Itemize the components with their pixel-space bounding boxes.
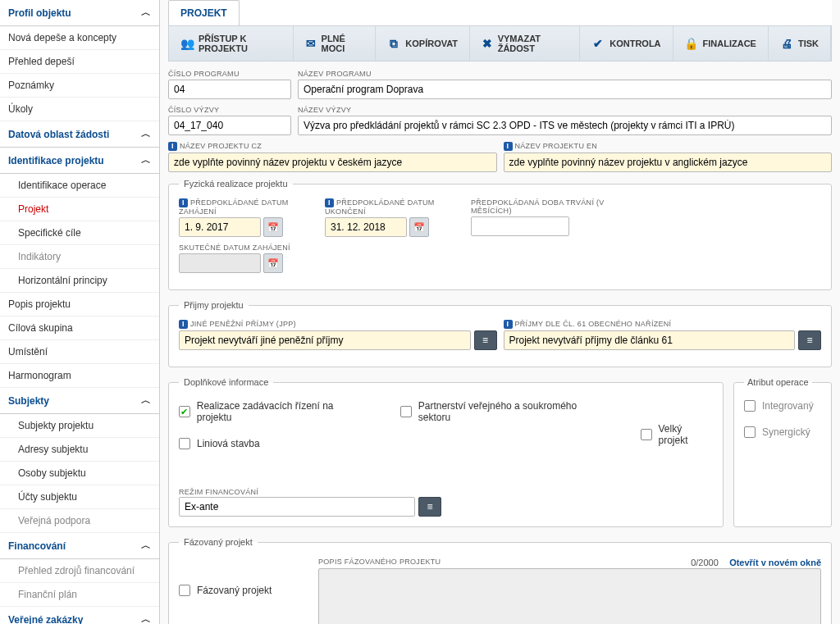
sidebar: Profil objektu ︿ Nová depeše a koncepty … bbox=[0, 0, 160, 624]
jpp-input[interactable] bbox=[179, 330, 471, 350]
sidebar-item-verejna-podpora[interactable]: Veřejná podpora bbox=[0, 509, 159, 533]
tool-kontrola[interactable]: ✔KONTROLA bbox=[580, 26, 673, 61]
tool-finalizace[interactable]: 🔒FINALIZACE bbox=[673, 26, 769, 61]
chk-realizace[interactable]: ✔ bbox=[179, 406, 190, 417]
chk-fazovany[interactable] bbox=[179, 585, 190, 596]
tool-plne-moci[interactable]: ✉PLNÉ MOCI bbox=[294, 26, 376, 61]
required-icon: i bbox=[325, 198, 334, 207]
sidebar-item-specificke-cile[interactable]: Specifické cíle bbox=[0, 221, 159, 245]
sidebar-item-harmon[interactable]: Harmonogram bbox=[0, 364, 159, 388]
required-icon: i bbox=[179, 320, 188, 329]
lookup-button[interactable]: ≡ bbox=[418, 497, 441, 517]
fieldset-doplnkove: Doplňkové informace ✔Realizace zadávacíc… bbox=[168, 377, 724, 527]
chk-label: Synergický bbox=[762, 426, 810, 438]
calendar-button[interactable]: 📅 bbox=[263, 217, 283, 237]
sidebar-header-label: Profil objektu bbox=[8, 7, 71, 19]
label-ukonceni: iPŘEDPOKLÁDANÉ DATUM UKONČENÍ bbox=[325, 198, 464, 216]
label-nazev-en: iNÁZEV PROJEKTU EN bbox=[504, 142, 833, 151]
chk-synergicky[interactable] bbox=[744, 426, 756, 438]
zahajeni-input[interactable] bbox=[179, 217, 261, 237]
sidebar-item-adresy[interactable]: Adresy subjektu bbox=[0, 438, 159, 462]
open-new-window-link[interactable]: Otevřít v novém okně bbox=[729, 558, 821, 567]
label-cl61: iPŘÍJMY DLE ČL. 61 OBECNÉHO NAŘÍZENÍ bbox=[504, 320, 822, 329]
tool-label: PŘÍSTUP K PROJEKTU bbox=[199, 34, 281, 53]
check-icon: ✔ bbox=[591, 37, 605, 50]
char-counter: 0/2000 bbox=[691, 556, 719, 569]
legend-fazovany: Fázovaný projekt bbox=[179, 537, 258, 547]
cislo-vyzvy-input[interactable] bbox=[168, 116, 291, 135]
sidebar-item-projekt[interactable]: Projekt bbox=[0, 198, 159, 221]
sidebar-item-horizontalni[interactable]: Horizontální principy bbox=[0, 269, 159, 293]
chk-integrovany[interactable] bbox=[744, 400, 756, 412]
calendar-button[interactable]: 📅 bbox=[263, 253, 283, 273]
doba-input[interactable] bbox=[471, 216, 569, 236]
mail-icon: ✉ bbox=[305, 37, 317, 50]
sidebar-item-ukoly[interactable]: Úkoly bbox=[0, 98, 159, 121]
sidebar-item-osoby[interactable]: Osoby subjektu bbox=[0, 462, 159, 485]
nazev-en-input[interactable] bbox=[504, 153, 833, 172]
nazev-cz-input[interactable] bbox=[168, 153, 497, 172]
tool-label: KONTROLA bbox=[609, 39, 660, 48]
sidebar-item-prehled-depesi[interactable]: Přehled depeší bbox=[0, 50, 159, 74]
required-icon: i bbox=[504, 320, 513, 329]
lookup-button[interactable]: ≡ bbox=[474, 330, 497, 350]
chk-liniova[interactable] bbox=[179, 438, 190, 449]
calendar-button[interactable]: 📅 bbox=[409, 217, 429, 237]
chevron-up-icon: ︿ bbox=[141, 539, 151, 553]
sidebar-item-poznamky[interactable]: Poznámky bbox=[0, 74, 159, 98]
ukonceni-input[interactable] bbox=[325, 217, 407, 237]
sidebar-header-financovani[interactable]: Financování ︿ bbox=[0, 533, 159, 559]
list-icon: ≡ bbox=[482, 335, 488, 346]
sidebar-header-datova[interactable]: Datová oblast žádosti ︿ bbox=[0, 121, 159, 148]
required-icon: i bbox=[168, 142, 177, 151]
fieldset-atribut: Atribut operace Integrovaný Synergický bbox=[733, 377, 832, 527]
sidebar-header-identifikace[interactable]: Identifikace projektu ︿ bbox=[0, 148, 159, 174]
tool-tisk[interactable]: 🖨TISK bbox=[769, 26, 831, 61]
tool-pristup[interactable]: 👥PŘÍSTUP K PROJEKTU bbox=[169, 26, 294, 61]
tool-label: PLNÉ MOCI bbox=[322, 34, 364, 53]
popis-fazovany-textarea[interactable] bbox=[318, 568, 821, 624]
chk-label: Velký projekt bbox=[659, 423, 713, 446]
sidebar-item-nova-depese[interactable]: Nová depeše a koncepty bbox=[0, 26, 159, 50]
list-icon: ≡ bbox=[806, 335, 812, 346]
sidebar-item-popis[interactable]: Popis projektu bbox=[0, 293, 159, 317]
sidebar-header-profil[interactable]: Profil objektu ︿ bbox=[0, 0, 159, 26]
cl61-input[interactable] bbox=[504, 330, 796, 350]
sidebar-item-umisteni[interactable]: Umístění bbox=[0, 340, 159, 364]
sidebar-item-cilova[interactable]: Cílová skupina bbox=[0, 317, 159, 340]
lookup-button[interactable]: ≡ bbox=[798, 330, 821, 350]
label-doba: PŘEDPOKLÁDANÁ DOBA TRVÁNÍ (V MĚSÍCÍCH) bbox=[471, 198, 635, 215]
nazev-programu-input[interactable] bbox=[298, 80, 832, 99]
sidebar-item-ucty[interactable]: Účty subjektu bbox=[0, 485, 159, 509]
tab-projekt[interactable]: PROJEKT bbox=[168, 0, 240, 25]
sidebar-item-financni-plan[interactable]: Finanční plán bbox=[0, 583, 159, 607]
tab-bar: PROJEKT bbox=[168, 0, 832, 25]
cislo-programu-input[interactable] bbox=[168, 80, 291, 99]
chk-velky[interactable] bbox=[641, 429, 652, 440]
lock-icon: 🔒 bbox=[685, 37, 698, 50]
chk-label: Fázovaný projekt bbox=[197, 585, 272, 596]
label-nazev-programu: NÁZEV PROGRAMU bbox=[298, 70, 832, 78]
label-zahajeni: iPŘEDPOKLÁDANÉ DATUM ZAHÁJENÍ bbox=[179, 198, 318, 216]
legend-doplnkove: Doplňkové informace bbox=[179, 377, 273, 387]
sidebar-item-prehled-zdroju[interactable]: Přehled zdrojů financování bbox=[0, 559, 159, 583]
tool-vymazat[interactable]: ✖VYMAZAT ŽÁDOST bbox=[470, 26, 580, 61]
sidebar-header-vz[interactable]: Veřejné zakázky ︿ bbox=[0, 607, 159, 624]
sidebar-item-subjekty-projektu[interactable]: Subjekty projektu bbox=[0, 414, 159, 438]
skutecne-input[interactable] bbox=[179, 253, 261, 273]
chevron-up-icon: ︿ bbox=[141, 153, 151, 167]
sidebar-header-subjekty[interactable]: Subjekty ︿ bbox=[0, 388, 159, 414]
calendar-icon: 📅 bbox=[413, 222, 425, 233]
sidebar-item-indikatory[interactable]: Indikátory bbox=[0, 245, 159, 269]
legend-atribut: Atribut operace bbox=[744, 377, 812, 387]
rezim-input[interactable] bbox=[179, 497, 415, 517]
calendar-icon: 📅 bbox=[267, 222, 279, 233]
label-nazev-vyzvy: NÁZEV VÝZVY bbox=[298, 106, 832, 114]
tool-kopirovat[interactable]: ⧉KOPÍROVAT bbox=[376, 26, 470, 61]
chevron-up-icon: ︿ bbox=[141, 394, 151, 408]
users-icon: 👥 bbox=[180, 37, 194, 50]
nazev-vyzvy-input[interactable] bbox=[298, 116, 832, 135]
chk-partnerstvi[interactable] bbox=[400, 406, 412, 417]
sidebar-item-identifikace-operace[interactable]: Identifikace operace bbox=[0, 174, 159, 198]
main: PROJEKT 👥PŘÍSTUP K PROJEKTU ✉PLNÉ MOCI ⧉… bbox=[160, 0, 840, 624]
